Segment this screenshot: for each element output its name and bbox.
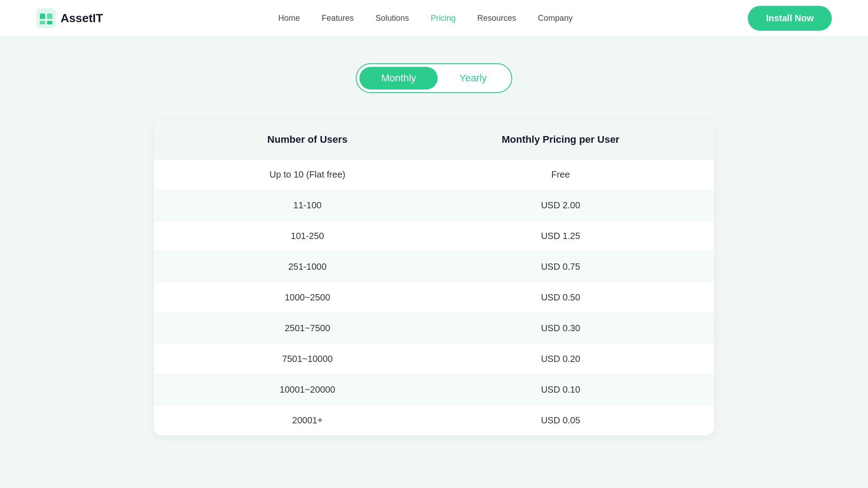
- users-cell: Up to 10 (Flat free): [181, 169, 434, 180]
- billing-toggle: Monthly Yearly: [356, 63, 512, 93]
- nav: Home Features Solutions Pricing Resource…: [278, 14, 573, 23]
- price-cell: USD 2.00: [434, 200, 687, 211]
- col-header-users: Number of Users: [181, 134, 434, 145]
- users-cell: 7501~10000: [181, 354, 434, 364]
- main-content: Monthly Yearly Number of Users Monthly P…: [0, 36, 868, 463]
- users-cell: 10001~20000: [181, 385, 434, 395]
- table-row: 2501~7500 USD 0.30: [154, 313, 714, 343]
- table-row: 11-100 USD 2.00: [154, 190, 714, 221]
- table-header: Number of Users Monthly Pricing per User: [154, 120, 714, 159]
- price-cell: USD 0.20: [434, 354, 687, 364]
- svg-rect-1: [40, 14, 45, 19]
- price-cell: USD 0.10: [434, 385, 687, 395]
- price-cell: USD 0.50: [434, 292, 687, 303]
- header: AssetIT Home Features Solutions Pricing …: [0, 0, 868, 36]
- price-cell: Free: [434, 169, 687, 180]
- toggle-yearly[interactable]: Yearly: [438, 67, 508, 89]
- col-header-price: Monthly Pricing per User: [434, 134, 687, 145]
- users-cell: 101-250: [181, 231, 434, 241]
- users-cell: 1000~2500: [181, 292, 434, 303]
- users-cell: 20001+: [181, 415, 434, 426]
- svg-rect-2: [47, 14, 52, 19]
- table-row: 1000~2500 USD 0.50: [154, 282, 714, 313]
- logo-text: AssetIT: [61, 11, 103, 25]
- users-cell: 2501~7500: [181, 323, 434, 333]
- nav-home[interactable]: Home: [278, 14, 300, 23]
- nav-pricing[interactable]: Pricing: [431, 14, 456, 23]
- nav-company[interactable]: Company: [538, 14, 573, 23]
- table-row: Up to 10 (Flat free) Free: [154, 159, 714, 190]
- nav-features[interactable]: Features: [322, 14, 354, 23]
- install-now-button[interactable]: Install Now: [748, 6, 832, 31]
- table-row: 251-1000 USD 0.75: [154, 251, 714, 282]
- svg-rect-0: [36, 8, 56, 28]
- table-row: 101-250 USD 1.25: [154, 221, 714, 251]
- toggle-monthly[interactable]: Monthly: [359, 67, 438, 89]
- price-cell: USD 0.75: [434, 262, 687, 272]
- nav-solutions[interactable]: Solutions: [376, 14, 409, 23]
- users-cell: 251-1000: [181, 262, 434, 272]
- table-row: 20001+ USD 0.05: [154, 405, 714, 436]
- logo-area: AssetIT: [36, 8, 103, 28]
- pricing-card: Number of Users Monthly Pricing per User…: [154, 120, 714, 436]
- logo-icon: [36, 8, 56, 28]
- table-row: 10001~20000 USD 0.10: [154, 374, 714, 405]
- nav-resources[interactable]: Resources: [477, 14, 516, 23]
- users-cell: 11-100: [181, 200, 434, 211]
- svg-rect-3: [40, 21, 45, 24]
- price-cell: USD 0.05: [434, 415, 687, 426]
- table-row: 7501~10000 USD 0.20: [154, 343, 714, 374]
- svg-rect-4: [47, 21, 52, 24]
- price-cell: USD 0.30: [434, 323, 687, 333]
- price-cell: USD 1.25: [434, 231, 687, 241]
